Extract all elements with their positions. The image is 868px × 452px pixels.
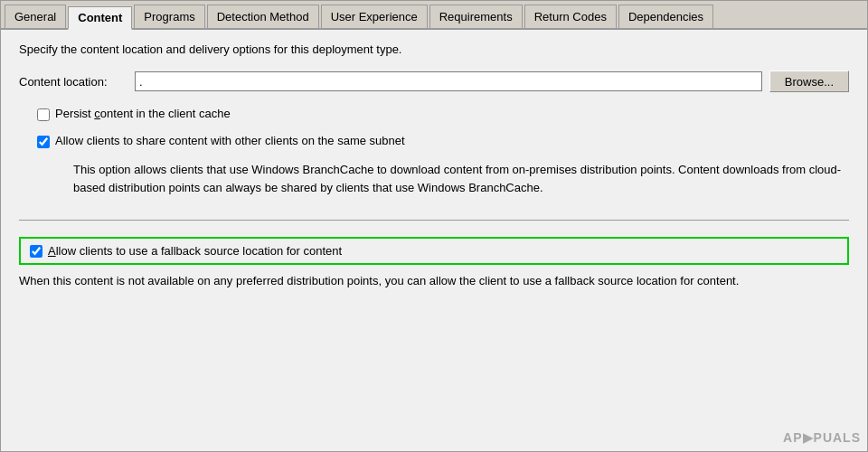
content-location-label: Content location: <box>19 75 127 89</box>
page-description: Specify the content location and deliver… <box>19 42 849 56</box>
tab-detection-method[interactable]: Detection Method <box>207 5 319 28</box>
persist-cache-row: Persist content in the client cache <box>19 107 849 121</box>
allow-clients-share-checkbox[interactable] <box>37 136 50 148</box>
browse-button[interactable]: Browse... <box>769 71 849 92</box>
content-location-input[interactable] <box>135 71 762 91</box>
allow-clients-share-label[interactable]: Allow clients to share content with othe… <box>55 134 405 147</box>
tab-user-experience[interactable]: User Experience <box>321 5 428 28</box>
tab-general[interactable]: General <box>5 5 66 28</box>
fallback-highlight-box: Allow clients to use a fallback source l… <box>19 237 849 265</box>
divider <box>19 220 849 221</box>
tab-content[interactable]: Content <box>68 6 132 30</box>
dialog: General Content Programs Detection Metho… <box>0 0 868 452</box>
fallback-label[interactable]: Allow clients to use a fallback source l… <box>48 244 342 258</box>
tab-dependencies[interactable]: Dependencies <box>618 5 713 28</box>
persist-cache-checkbox[interactable] <box>37 108 50 121</box>
fallback-description: When this content is not available on an… <box>19 274 849 287</box>
fallback-checkbox[interactable] <box>30 245 42 258</box>
tab-programs[interactable]: Programs <box>134 5 204 28</box>
content-location-row: Content location: Browse... <box>19 71 849 92</box>
allow-clients-share-row: Allow clients to share content with othe… <box>19 134 849 148</box>
persist-cache-label[interactable]: Persist content in the client cache <box>55 107 231 120</box>
branchcache-description: This option allows clients that use Wind… <box>19 161 849 196</box>
tab-return-codes[interactable]: Return Codes <box>524 5 617 28</box>
tab-requirements[interactable]: Requirements <box>429 5 523 28</box>
content-area: Specify the content location and deliver… <box>1 30 867 451</box>
tab-bar: General Content Programs Detection Metho… <box>1 1 867 30</box>
